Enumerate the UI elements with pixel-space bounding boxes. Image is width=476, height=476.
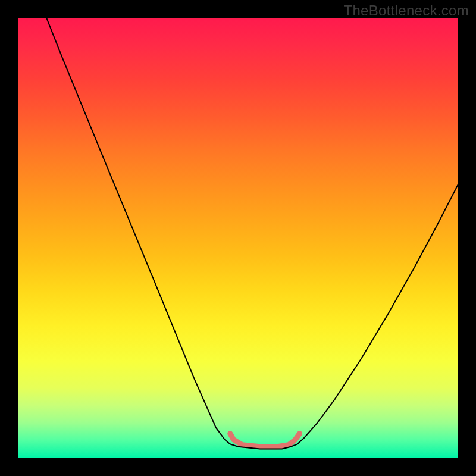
bottleneck-curve-path — [46, 18, 458, 449]
chart-frame: TheBottleneck.com — [0, 0, 476, 476]
watermark-text: TheBottleneck.com — [343, 2, 469, 19]
chart-svg — [18, 18, 458, 458]
optimal-range-path — [230, 434, 300, 447]
plot-area — [18, 18, 458, 458]
